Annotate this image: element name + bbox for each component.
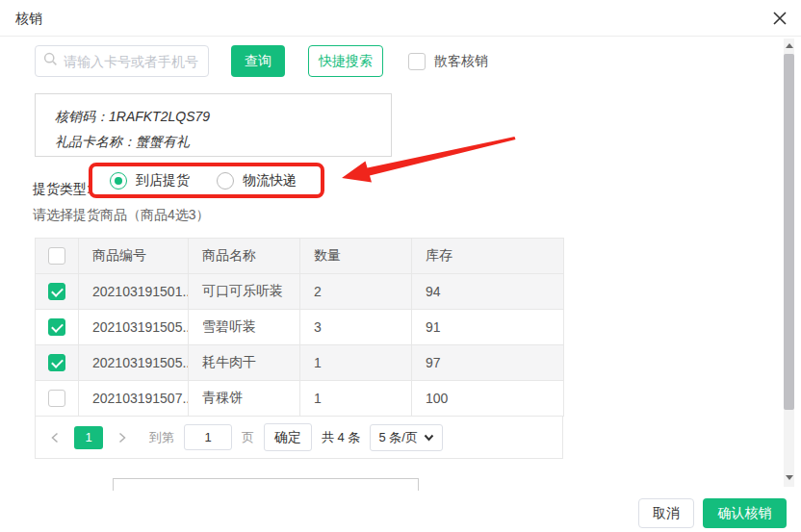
pagination-bar: 1 到第 页 确定 共 4 条 5 条/页 (35, 417, 563, 459)
table-row: 202103191501... 可口可乐听装 2 94 (36, 274, 564, 310)
pickup-type-option[interactable]: 到店提货 (110, 172, 190, 190)
quick-search-button[interactable]: 快捷搜索 (308, 45, 383, 77)
close-icon[interactable] (770, 9, 789, 28)
cell-product-name: 耗牛肉干 (189, 345, 300, 381)
walk-in-verification: 散客核销 (408, 53, 488, 70)
gift-card-name-text: 礼品卡名称：蟹蟹有礼 (55, 130, 372, 153)
confirm-verify-button[interactable]: 确认核销 (703, 498, 787, 528)
cell-product-name: 可口可乐听装 (189, 274, 300, 310)
page-number-button[interactable]: 1 (74, 426, 103, 449)
table-row: 202103191505... 耗牛肉干 1 97 (36, 345, 564, 381)
chevron-down-icon (424, 434, 434, 442)
cell-quantity: 1 (300, 345, 412, 381)
search-input[interactable] (64, 54, 238, 69)
column-header-stock: 库存 (412, 239, 564, 274)
row-checkbox[interactable] (48, 354, 65, 371)
walk-in-label: 散客核销 (434, 53, 488, 70)
search-icon (43, 52, 58, 70)
pickup-type-label: 提货类型: (33, 171, 90, 206)
column-header-name: 商品名称 (189, 239, 300, 274)
card-info-box: 核销码：1RAFKT2LQS79 礼品卡名称：蟹蟹有礼 (35, 93, 392, 157)
scroll-up-icon[interactable] (786, 43, 793, 48)
column-header-qty: 数量 (300, 239, 412, 274)
cell-stock: 100 (412, 381, 564, 417)
radio-label: 物流快递 (243, 172, 297, 190)
cell-product-name: 青稞饼 (189, 381, 300, 417)
pickup-type-option[interactable]: 物流快递 (217, 172, 297, 190)
cell-product-code: 202103191505... (79, 345, 189, 381)
page-size-select[interactable]: 5 条/页 (370, 424, 442, 451)
prev-page-icon[interactable] (45, 426, 65, 449)
dialog-header: 核销 (0, 0, 801, 37)
product-table: 商品编号 商品名称 数量 库存 202103191501... 可口可乐听装 2… (35, 238, 563, 459)
scroll-down-icon[interactable] (786, 475, 793, 480)
card-search-field[interactable] (35, 45, 209, 77)
query-button[interactable]: 查询 (231, 45, 285, 77)
radio-label: 到店提货 (136, 172, 190, 190)
row-checkbox[interactable] (48, 318, 65, 336)
goto-page-input[interactable] (184, 424, 232, 450)
page-size-value: 5 条/页 (378, 429, 417, 446)
cell-stock: 97 (412, 345, 564, 381)
dialog-title: 核销 (15, 0, 42, 37)
radio-icon[interactable] (217, 172, 234, 190)
cell-product-code: 202103191505... (79, 310, 189, 345)
walk-in-checkbox[interactable] (408, 53, 426, 70)
next-page-icon[interactable] (113, 426, 132, 449)
cancel-button[interactable]: 取消 (638, 498, 694, 528)
goto-suffix-label: 页 (242, 429, 254, 446)
goto-prefix-label: 到第 (149, 429, 174, 446)
cell-product-code: 202103191501... (79, 274, 189, 310)
total-count-label: 共 4 条 (322, 429, 360, 446)
cell-quantity: 2 (300, 274, 412, 310)
cell-stock: 91 (412, 310, 564, 345)
cell-quantity: 3 (300, 310, 412, 345)
vertical-scrollbar[interactable] (784, 38, 794, 487)
cell-product-code: 202103191507... (79, 381, 189, 417)
column-header-code: 商品编号 (79, 239, 189, 274)
cell-product-name: 雪碧听装 (189, 310, 300, 345)
row-checkbox[interactable] (48, 390, 65, 407)
pickup-type-highlight-box: 到店提货 物流快递 (89, 163, 324, 198)
verification-code-text: 核销码：1RAFKT2LQS79 (55, 105, 372, 128)
goto-confirm-button[interactable]: 确定 (264, 423, 312, 451)
dialog-body: 查询 快捷搜索 散客核销 核销码：1RAFKT2LQS79 礼品卡名称：蟹蟹有礼… (0, 37, 801, 491)
radio-icon[interactable] (110, 172, 127, 190)
product-section-title: 请选择提货商品（商品4选3） (33, 207, 210, 224)
table-row: 202103191505... 雪碧听装 3 91 (36, 310, 564, 345)
row-checkbox[interactable] (48, 283, 65, 300)
dialog-footer: 取消 确认核销 (0, 491, 801, 532)
hidden-panel-edge (113, 478, 419, 491)
table-row: 202103191507... 青稞饼 1 100 (36, 381, 564, 417)
scrollbar-thumb[interactable] (784, 54, 794, 410)
select-all-checkbox[interactable] (48, 247, 65, 265)
cell-quantity: 1 (300, 381, 412, 417)
cell-stock: 94 (412, 274, 564, 310)
table-header-row: 商品编号 商品名称 数量 库存 (36, 239, 564, 274)
